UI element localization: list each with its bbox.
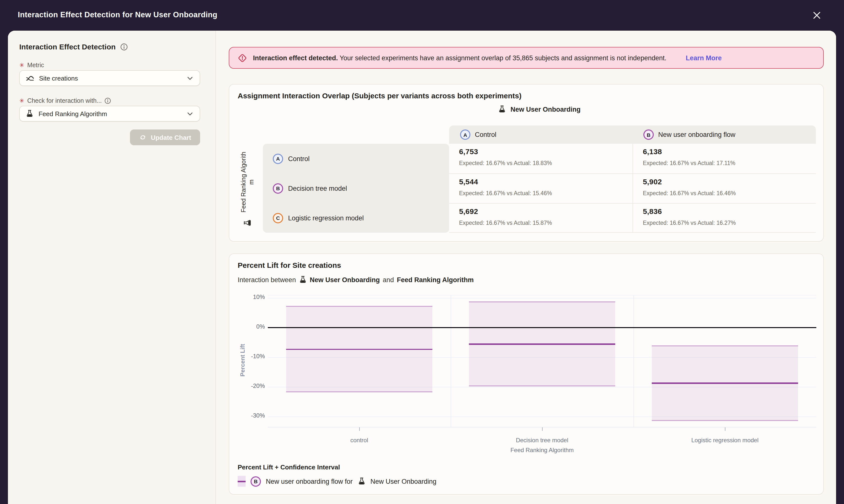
modal-title-bar: Interaction Effect Detection for New Use… — [0, 0, 844, 31]
percent-lift-card: Percent Lift for Site creations Interact… — [229, 253, 824, 494]
info-icon[interactable] — [120, 43, 128, 51]
metric-select[interactable]: Site creations — [19, 70, 200, 86]
legend-experiment: New User Onboarding — [370, 478, 436, 485]
x-category-label: Logistic regression model — [633, 437, 816, 444]
y-tick-label: -20% — [236, 382, 265, 389]
assignment-overlap-card: Assignment Interaction Overlap (Subjects… — [229, 84, 824, 241]
expected-vs-actual: Expected: 16.67% vs Actual: 18.83% — [459, 160, 632, 166]
info-icon[interactable] — [104, 97, 111, 104]
update-chart-label: Update Chart — [151, 134, 191, 141]
column-separator — [451, 295, 451, 427]
variant-column-headers: AControlBNew user onboarding flow — [449, 126, 816, 144]
metric-field-label: Metric — [27, 62, 44, 69]
main-content: Interaction effect detected. Your select… — [216, 31, 836, 504]
interaction-experiment-select[interactable]: Feed Ranking Algorithm — [19, 106, 200, 122]
row-header: BDecision tree model — [263, 174, 449, 203]
alert-text: Interaction effect detected. Your select… — [253, 54, 667, 61]
expected-vs-actual: Expected: 16.67% vs Actual: 15.87% — [459, 220, 632, 226]
y-tick-label: 0% — [236, 323, 265, 330]
refresh-icon — [139, 133, 147, 141]
overlap-cell: 5,544 Expected: 16.67% vs Actual: 15.46% — [449, 174, 632, 203]
variant-badge: B — [251, 476, 261, 486]
variant-badge: C — [273, 213, 283, 223]
metric-field-label-row: ✳ Metric — [19, 62, 44, 69]
alert-message: Your selected experiments have an assign… — [340, 54, 667, 61]
expected-vs-actual: Expected: 16.67% vs Actual: 17.11% — [643, 160, 816, 166]
experiment-flask-icon — [358, 477, 365, 485]
chevron-down-icon — [186, 74, 194, 82]
table-row: AControl 6,753 Expected: 16.67% vs Actua… — [263, 144, 816, 174]
chevron-down-icon — [186, 110, 194, 118]
metric-icon — [26, 74, 34, 82]
close-icon — [812, 11, 822, 20]
gridline — [268, 298, 816, 299]
x-category-label: control — [268, 437, 451, 444]
percent-lift-line[interactable] — [286, 349, 432, 350]
overlap-cell: 6,753 Expected: 16.67% vs Actual: 18.83% — [449, 144, 632, 174]
overlap-cell: 5,692 Expected: 16.67% vs Actual: 15.87% — [449, 203, 632, 233]
alert-title: Interaction effect detected. — [253, 54, 338, 61]
interaction-select-value: Feed Ranking Algorithm — [38, 110, 181, 118]
subject-count: 5,836 — [643, 207, 816, 215]
experiment-flask-icon — [299, 276, 307, 284]
subtitle-prefix: Interaction between — [238, 276, 296, 283]
variant-column-header: BNew user onboarding flow — [632, 126, 816, 144]
experiment-flask-icon — [498, 105, 506, 113]
variant-badge: A — [460, 129, 470, 140]
row-experiment-name: Feed Ranking Algorithm — [240, 149, 256, 215]
subject-count: 6,753 — [459, 147, 632, 156]
variant-badge: B — [273, 183, 283, 194]
required-asterisk: ✳ — [19, 62, 24, 69]
expected-vs-actual: Expected: 16.67% vs Actual: 16.27% — [643, 220, 816, 226]
overlap-table-rows: AControl 6,753 Expected: 16.67% vs Actua… — [263, 144, 816, 233]
x-tick-mark — [359, 427, 360, 431]
overlap-card-title: Assignment Interaction Overlap (Subjects… — [238, 91, 522, 100]
variant-badge: B — [643, 129, 654, 140]
column-separator — [633, 295, 634, 427]
subject-count: 6,138 — [643, 147, 816, 156]
expected-vs-actual: Expected: 16.67% vs Actual: 15.46% — [459, 190, 632, 196]
percent-lift-chart — [268, 295, 816, 427]
interaction-field-label-row: ✳ Check for interaction with... — [19, 97, 111, 104]
interaction-field-label: Check for interaction with... — [27, 97, 102, 104]
sidebar-heading: Interaction Effect Detection — [19, 42, 115, 51]
ci-swatch-icon — [238, 476, 246, 487]
row-header: CLogistic regression model — [263, 203, 449, 233]
legend-item: B New user onboarding flow for New User … — [238, 476, 436, 487]
legend-heading: Percent Lift + Confidence Interval — [238, 464, 340, 471]
percent-lift-line[interactable] — [652, 382, 798, 384]
subject-count: 5,692 — [459, 207, 632, 215]
x-tick-mark — [542, 427, 542, 431]
metric-select-value: Site creations — [39, 74, 181, 82]
column-experiment-name: New User Onboarding — [510, 106, 581, 113]
row-header: AControl — [263, 144, 449, 174]
modal-title: Interaction Effect Detection for New Use… — [18, 11, 217, 19]
sidebar-heading-row: Interaction Effect Detection — [19, 42, 128, 51]
y-tick-label: -10% — [236, 353, 265, 360]
modal-body: Interaction Effect Detection ✳ Metric Si… — [8, 31, 836, 504]
zero-line — [268, 327, 816, 328]
alert-diamond-icon — [237, 53, 248, 63]
experiment-flask-icon — [26, 110, 34, 118]
y-tick-label: 10% — [236, 293, 265, 301]
variant-badge: A — [273, 154, 283, 164]
legend-label: New user onboarding flow for — [266, 478, 353, 485]
required-asterisk: ✳ — [19, 97, 24, 104]
subject-count: 5,544 — [459, 177, 632, 186]
expected-vs-actual: Expected: 16.67% vs Actual: 16.46% — [643, 190, 816, 196]
learn-more-link[interactable]: Learn More — [686, 54, 722, 61]
interaction-effect-modal: Interaction Effect Detection for New Use… — [0, 0, 844, 504]
subject-count: 5,902 — [643, 177, 816, 186]
config-sidebar: Interaction Effect Detection ✳ Metric Si… — [8, 31, 216, 504]
column-experiment-header: New User Onboarding — [263, 105, 816, 113]
overlap-cell: 5,902 Expected: 16.67% vs Actual: 16.46% — [632, 174, 816, 203]
close-button[interactable] — [811, 10, 822, 21]
subtitle-experiment-1: New User Onboarding — [310, 276, 380, 283]
percent-lift-line[interactable] — [469, 343, 615, 345]
x-tick-mark — [725, 427, 725, 431]
update-chart-button[interactable]: Update Chart — [130, 129, 200, 145]
subtitle-experiment-2: Feed Ranking Algorithm — [397, 276, 474, 283]
variant-column-header: AControl — [449, 126, 632, 144]
chart-card-title: Percent Lift for Site creations — [238, 261, 341, 269]
subtitle-and: and — [383, 276, 394, 283]
